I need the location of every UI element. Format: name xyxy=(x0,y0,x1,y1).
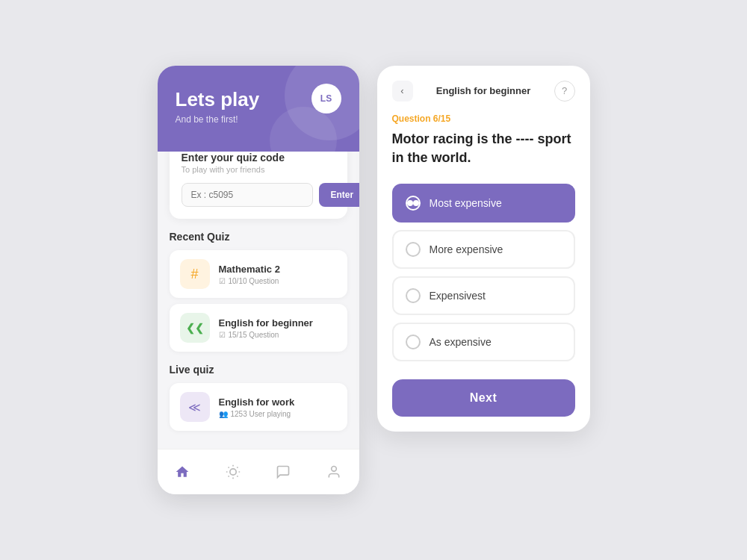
quiz-meta-math: ☑ 10/10 Question xyxy=(219,277,280,285)
option-radio-0 xyxy=(406,196,421,211)
bottom-nav xyxy=(158,449,359,494)
phone-header: Lets play And be the first! LS xyxy=(158,66,359,152)
quiz-meta-english-beginner: ☑ 15/15 Question xyxy=(219,331,313,339)
quiz-card-math[interactable]: # Mathematic 2 ☑ 10/10 Question xyxy=(170,250,347,298)
quiz-name-english-beginner: English for beginner xyxy=(219,317,313,329)
panel-title: English for beginner xyxy=(436,85,530,96)
english-beginner-icon: ❮❮ xyxy=(180,313,210,343)
quiz-meta-live: 👥 1253 User playing xyxy=(219,410,295,418)
svg-point-9 xyxy=(331,467,336,472)
left-phone: Lets play And be the first! LS Enter you… xyxy=(158,66,359,494)
option-label-2: Expensivest xyxy=(430,290,486,302)
nav-messages[interactable] xyxy=(270,458,297,485)
option-label-3: As expensive xyxy=(430,336,492,348)
meta-icon-eb: ☑ xyxy=(219,331,226,339)
quiz-code-subtitle: To play with yor friends xyxy=(182,165,335,174)
live-quiz-icon: ≪ xyxy=(180,392,210,422)
quiz-name-live: English for work xyxy=(219,396,295,408)
question-label: Question 6/15 xyxy=(392,113,575,124)
option-radio-3 xyxy=(406,335,421,349)
quiz-panel-header: ‹ English for beginner ? xyxy=(392,81,575,102)
quiz-info-live: English for work 👥 1253 User playing xyxy=(219,396,295,418)
recent-quiz-title: Recent Quiz xyxy=(170,231,347,243)
option-label-0: Most expensive xyxy=(430,197,502,209)
nav-ideas[interactable] xyxy=(220,458,247,485)
next-button[interactable]: Next xyxy=(392,379,575,417)
quiz-code-input-row: Enter xyxy=(182,183,335,207)
header-subtitle: And be the first! xyxy=(176,114,341,125)
nav-home[interactable] xyxy=(169,458,196,485)
option-radio-2 xyxy=(406,288,421,303)
quiz-info-math: Mathematic 2 ☑ 10/10 Question xyxy=(219,264,280,285)
live-quiz-title: Live quiz xyxy=(170,364,347,376)
phone-body: Enter your quiz code To play with yor fr… xyxy=(158,140,359,449)
enter-button[interactable]: Enter xyxy=(319,183,359,207)
option-label-1: More expensive xyxy=(430,243,503,255)
svg-line-8 xyxy=(237,467,238,468)
quiz-card-live[interactable]: ≪ English for work 👥 1253 User playing xyxy=(170,383,347,431)
avatar: LS xyxy=(311,84,341,113)
meta-icon-live: 👥 xyxy=(219,410,228,418)
quiz-code-title: Enter your quiz code xyxy=(182,152,335,164)
question-text: Motor racing is the ---- sport in the wo… xyxy=(392,130,575,167)
option-list: Most expensive More expensive Expensives… xyxy=(392,184,575,361)
back-button[interactable]: ‹ xyxy=(392,81,413,102)
svg-line-3 xyxy=(228,467,229,468)
nav-profile[interactable] xyxy=(320,458,347,485)
math-icon: # xyxy=(180,259,210,289)
help-button[interactable]: ? xyxy=(554,81,575,102)
svg-line-7 xyxy=(228,476,229,476)
help-icon: ? xyxy=(562,85,567,96)
svg-line-4 xyxy=(237,476,238,476)
quiz-code-input[interactable] xyxy=(182,183,313,207)
svg-point-0 xyxy=(230,469,236,475)
option-more-expensive[interactable]: More expensive xyxy=(392,230,575,269)
meta-icon-math: ☑ xyxy=(219,277,226,285)
quiz-card-english-beginner[interactable]: ❮❮ English for beginner ☑ 15/15 Question xyxy=(170,304,347,352)
option-radio-1 xyxy=(406,242,421,257)
quiz-info-english-beginner: English for beginner ☑ 15/15 Question xyxy=(219,317,313,339)
option-expensivest[interactable]: Expensivest xyxy=(392,276,575,315)
quiz-panel: ‹ English for beginner ? Question 6/15 M… xyxy=(377,66,590,432)
option-most-expensive[interactable]: Most expensive xyxy=(392,184,575,223)
quiz-name-math: Mathematic 2 xyxy=(219,264,280,275)
option-as-expensive[interactable]: As expensive xyxy=(392,323,575,361)
back-icon: ‹ xyxy=(400,85,403,96)
